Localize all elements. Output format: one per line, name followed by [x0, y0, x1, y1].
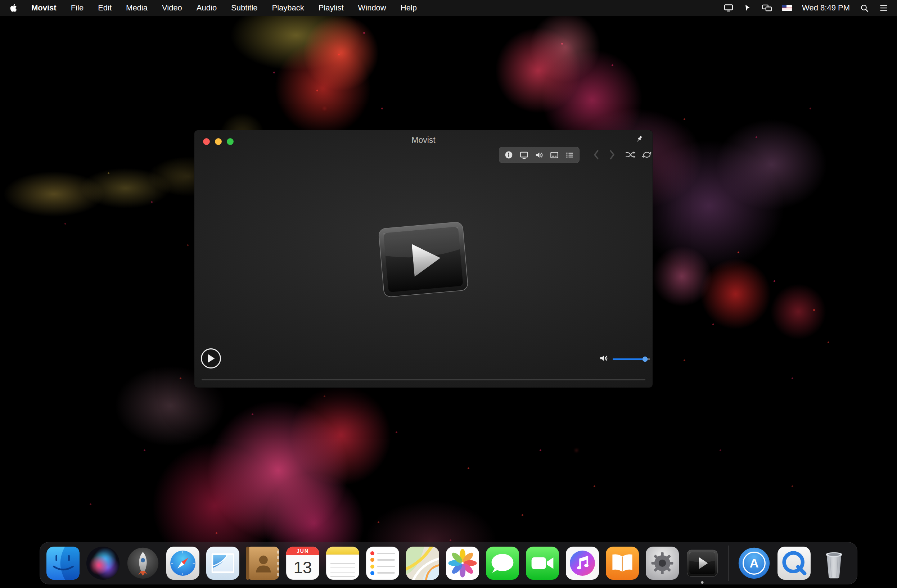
trash-icon: [817, 547, 851, 580]
seek-bar[interactable]: [202, 379, 645, 380]
calendar-month: JUN: [286, 547, 319, 555]
dock-photos[interactable]: [446, 547, 479, 580]
repeat-icon[interactable]: [641, 150, 652, 160]
menu-window[interactable]: Window: [358, 3, 386, 12]
menu-help[interactable]: Help: [401, 3, 417, 12]
facetime-icon: [526, 547, 559, 580]
desktop: Movist File Edit Media Video Audio Subti…: [0, 0, 897, 588]
messages-icon: [486, 547, 519, 580]
ibooks-icon: [606, 547, 639, 580]
play-button[interactable]: [201, 348, 221, 368]
photos-icon: [446, 547, 479, 580]
apple-icon: [10, 4, 17, 12]
dock-app-store[interactable]: A: [738, 547, 771, 580]
titlebar[interactable]: Movist: [194, 130, 653, 149]
playlist-icon[interactable]: [565, 150, 574, 160]
menu-edit[interactable]: Edit: [98, 3, 112, 12]
menu-bar-left: Movist File Edit Media Video Audio Subti…: [10, 3, 417, 12]
info-icon[interactable]: [504, 150, 514, 160]
volume-control: [599, 353, 650, 365]
quicktime-icon: [778, 547, 811, 580]
itunes-icon: [566, 547, 599, 580]
contacts-icon: [246, 547, 279, 580]
dock-ibooks[interactable]: [606, 547, 639, 580]
dock-mail[interactable]: [206, 547, 239, 580]
menu-video[interactable]: Video: [162, 3, 182, 12]
volume-knob[interactable]: [643, 356, 648, 362]
menu-media[interactable]: Media: [126, 3, 148, 12]
dock-contacts[interactable]: [246, 547, 279, 580]
finder-icon: [46, 547, 80, 580]
dock-siri[interactable]: [86, 547, 119, 580]
dock-notes[interactable]: [326, 547, 359, 580]
movist-logo: [377, 220, 470, 299]
notes-icon: [326, 547, 359, 580]
dock-calendar[interactable]: JUN 13: [286, 547, 319, 580]
app-store-icon: A: [738, 547, 771, 580]
player-toolbar: [499, 147, 580, 163]
menu-playlist[interactable]: Playlist: [318, 3, 344, 12]
flag-canton: [782, 5, 787, 8]
screen-icon[interactable]: [519, 150, 529, 160]
dock-system-preferences[interactable]: [646, 547, 679, 580]
dock-facetime[interactable]: [526, 547, 559, 580]
menu-bar: Movist File Edit Media Video Audio Subti…: [0, 0, 897, 16]
maps-icon: [406, 547, 439, 580]
notes-lines: [331, 560, 355, 577]
calendar-icon: JUN 13: [286, 547, 319, 580]
subtitles-icon[interactable]: [550, 150, 559, 160]
menu-app-name[interactable]: Movist: [31, 3, 57, 12]
dock: JUN 13: [40, 542, 857, 584]
menu-subtitle[interactable]: Subtitle: [231, 3, 257, 12]
calendar-day: 13: [286, 555, 319, 580]
volume-fill: [613, 359, 645, 360]
dock-reminders[interactable]: [366, 547, 399, 580]
shuffle-icon[interactable]: [625, 150, 636, 160]
dock-itunes[interactable]: [566, 547, 599, 580]
system-preferences-icon: [646, 547, 679, 580]
display-status-icon[interactable]: [724, 3, 733, 12]
menu-playback[interactable]: Playback: [272, 3, 304, 12]
app-store-letter: A: [749, 556, 758, 570]
notes-header: [326, 547, 359, 554]
launchpad-icon: [126, 547, 159, 580]
dock-messages[interactable]: [486, 547, 519, 580]
menu-audio[interactable]: Audio: [196, 3, 217, 12]
siri-icon: [86, 547, 119, 580]
volume-slider[interactable]: [613, 359, 650, 360]
reminders-icon: [366, 547, 399, 580]
volume-icon[interactable]: [599, 353, 609, 365]
next-icon[interactable]: [607, 149, 617, 160]
movist-window: Movist: [194, 130, 653, 388]
previous-icon[interactable]: [592, 149, 601, 160]
movist-dock-icon: [686, 547, 719, 580]
dock-launchpad[interactable]: [126, 547, 159, 580]
window-title: Movist: [194, 135, 653, 145]
pin-icon[interactable]: [635, 134, 645, 145]
apple-menu[interactable]: [10, 4, 17, 12]
dock-finder[interactable]: [46, 547, 80, 580]
spotlight-icon[interactable]: [860, 4, 869, 12]
notification-center-icon[interactable]: [879, 3, 888, 12]
safari-icon: [166, 547, 199, 580]
dock-quicktime[interactable]: [778, 547, 811, 580]
pointer-status-icon[interactable]: [743, 4, 752, 12]
menu-bar-right: Wed 8:49 PM: [724, 3, 888, 12]
dock-separator: [728, 545, 729, 581]
speaker-icon[interactable]: [534, 150, 544, 160]
dock-maps[interactable]: [406, 547, 439, 580]
menubar-clock[interactable]: Wed 8:49 PM: [802, 3, 850, 12]
menu-file[interactable]: File: [71, 3, 84, 12]
input-source-flag-icon[interactable]: [782, 5, 792, 11]
mirroring-status-icon[interactable]: [762, 3, 772, 12]
dock-safari[interactable]: [166, 547, 199, 580]
dock-trash[interactable]: [817, 547, 851, 580]
dock-movist[interactable]: [686, 547, 719, 580]
mail-icon: [206, 547, 239, 580]
